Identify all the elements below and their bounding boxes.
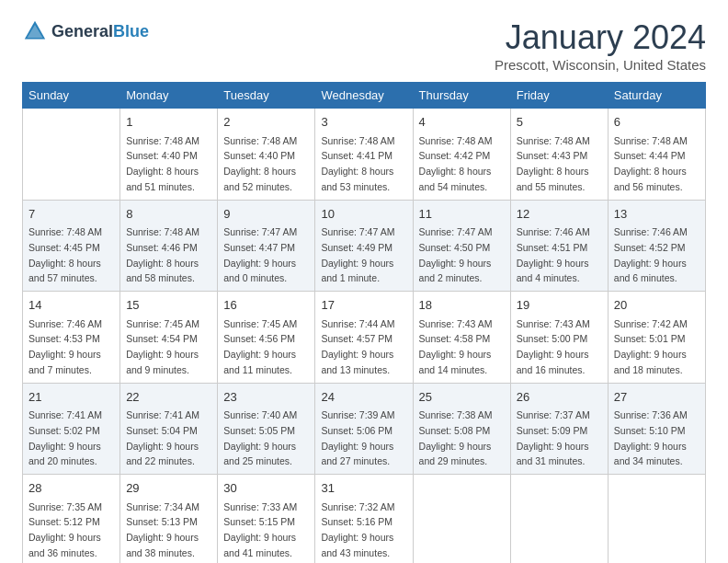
calendar-cell: 22Sunrise: 7:41 AMSunset: 5:04 PMDayligh…	[120, 383, 218, 475]
day-number: 8	[126, 205, 211, 224]
week-row-3: 14Sunrise: 7:46 AMSunset: 4:53 PMDayligh…	[23, 292, 706, 384]
cell-text: Sunrise: 7:41 AMSunset: 5:02 PMDaylight:…	[28, 409, 102, 466]
cell-text: Sunrise: 7:33 AMSunset: 5:15 PMDaylight:…	[223, 501, 297, 558]
cell-text: Sunrise: 7:47 AMSunset: 4:47 PMDaylight:…	[223, 226, 297, 283]
logo-text: GeneralBlue	[51, 22, 149, 41]
day-number: 22	[126, 388, 211, 407]
calendar-cell: 17Sunrise: 7:44 AMSunset: 4:57 PMDayligh…	[315, 292, 413, 384]
cell-text: Sunrise: 7:37 AMSunset: 5:09 PMDaylight:…	[517, 409, 590, 466]
calendar-cell	[23, 109, 120, 201]
col-saturday: Saturday	[608, 83, 705, 109]
cell-text: Sunrise: 7:45 AMSunset: 4:54 PMDaylight:…	[126, 318, 199, 375]
day-number: 7	[28, 205, 114, 224]
calendar-cell: 16Sunrise: 7:45 AMSunset: 4:56 PMDayligh…	[218, 292, 315, 384]
day-number: 9	[223, 205, 309, 224]
calendar-cell: 15Sunrise: 7:45 AMSunset: 4:54 PMDayligh…	[120, 292, 218, 384]
day-number: 31	[321, 479, 406, 498]
cell-text: Sunrise: 7:48 AMSunset: 4:40 PMDaylight:…	[126, 135, 199, 192]
day-number: 20	[614, 296, 700, 315]
cell-text: Sunrise: 7:46 AMSunset: 4:53 PMDaylight:…	[28, 318, 102, 375]
calendar-cell	[608, 475, 705, 564]
calendar-cell: 2Sunrise: 7:48 AMSunset: 4:40 PMDaylight…	[218, 109, 315, 201]
day-number: 25	[419, 388, 505, 407]
cell-text: Sunrise: 7:43 AMSunset: 5:00 PMDaylight:…	[517, 318, 590, 375]
calendar-cell: 8Sunrise: 7:48 AMSunset: 4:46 PMDaylight…	[120, 200, 218, 292]
calendar-table: Sunday Monday Tuesday Wednesday Thursday…	[22, 82, 706, 563]
day-number: 19	[517, 296, 602, 315]
calendar-cell: 23Sunrise: 7:40 AMSunset: 5:05 PMDayligh…	[218, 383, 315, 475]
day-number: 12	[517, 205, 602, 224]
calendar-cell: 21Sunrise: 7:41 AMSunset: 5:02 PMDayligh…	[23, 383, 120, 475]
day-number: 21	[28, 388, 114, 407]
calendar-cell: 10Sunrise: 7:47 AMSunset: 4:49 PMDayligh…	[315, 200, 413, 292]
day-number: 6	[614, 113, 700, 132]
logo: GeneralBlue	[22, 18, 149, 44]
logo-icon	[22, 18, 48, 44]
cell-text: Sunrise: 7:47 AMSunset: 4:49 PMDaylight:…	[321, 226, 394, 283]
calendar-cell: 30Sunrise: 7:33 AMSunset: 5:15 PMDayligh…	[218, 475, 315, 564]
calendar-cell: 3Sunrise: 7:48 AMSunset: 4:41 PMDaylight…	[315, 109, 413, 201]
calendar-cell: 25Sunrise: 7:38 AMSunset: 5:08 PMDayligh…	[413, 383, 510, 475]
col-monday: Monday	[120, 83, 218, 109]
calendar-cell: 18Sunrise: 7:43 AMSunset: 4:58 PMDayligh…	[413, 292, 510, 384]
cell-text: Sunrise: 7:48 AMSunset: 4:46 PMDaylight:…	[126, 226, 199, 283]
cell-text: Sunrise: 7:35 AMSunset: 5:12 PMDaylight:…	[28, 501, 102, 558]
cell-text: Sunrise: 7:36 AMSunset: 5:10 PMDaylight:…	[614, 409, 688, 466]
logo-general: General	[51, 22, 113, 40]
cell-text: Sunrise: 7:40 AMSunset: 5:05 PMDaylight:…	[223, 409, 297, 466]
cell-text: Sunrise: 7:32 AMSunset: 5:16 PMDaylight:…	[321, 501, 394, 558]
day-number: 11	[419, 205, 505, 224]
calendar-cell: 20Sunrise: 7:42 AMSunset: 5:01 PMDayligh…	[608, 292, 705, 384]
header-row: Sunday Monday Tuesday Wednesday Thursday…	[23, 83, 706, 109]
day-number: 2	[223, 113, 309, 132]
day-number: 17	[321, 296, 406, 315]
calendar-cell: 9Sunrise: 7:47 AMSunset: 4:47 PMDaylight…	[218, 200, 315, 292]
day-number: 26	[517, 388, 602, 407]
cell-text: Sunrise: 7:46 AMSunset: 4:52 PMDaylight:…	[614, 226, 688, 283]
calendar-cell: 28Sunrise: 7:35 AMSunset: 5:12 PMDayligh…	[23, 475, 120, 564]
cell-text: Sunrise: 7:48 AMSunset: 4:44 PMDaylight:…	[614, 135, 688, 192]
calendar-cell: 29Sunrise: 7:34 AMSunset: 5:13 PMDayligh…	[120, 475, 218, 564]
col-wednesday: Wednesday	[315, 83, 413, 109]
calendar-cell: 14Sunrise: 7:46 AMSunset: 4:53 PMDayligh…	[23, 292, 120, 384]
cell-text: Sunrise: 7:41 AMSunset: 5:04 PMDaylight:…	[126, 409, 199, 466]
day-number: 4	[419, 113, 505, 132]
cell-text: Sunrise: 7:47 AMSunset: 4:50 PMDaylight:…	[419, 226, 493, 283]
calendar-cell: 11Sunrise: 7:47 AMSunset: 4:50 PMDayligh…	[413, 200, 510, 292]
calendar-cell: 27Sunrise: 7:36 AMSunset: 5:10 PMDayligh…	[608, 383, 705, 475]
calendar-cell	[510, 475, 608, 564]
calendar-cell	[413, 475, 510, 564]
day-number: 16	[223, 296, 309, 315]
day-number: 5	[517, 113, 602, 132]
day-number: 28	[28, 479, 114, 498]
day-number: 10	[321, 205, 406, 224]
cell-text: Sunrise: 7:48 AMSunset: 4:43 PMDaylight:…	[517, 135, 590, 192]
week-row-4: 21Sunrise: 7:41 AMSunset: 5:02 PMDayligh…	[23, 383, 706, 475]
cell-text: Sunrise: 7:45 AMSunset: 4:56 PMDaylight:…	[223, 318, 297, 375]
cell-text: Sunrise: 7:43 AMSunset: 4:58 PMDaylight:…	[419, 318, 493, 375]
day-number: 30	[223, 479, 309, 498]
day-number: 18	[419, 296, 505, 315]
cell-text: Sunrise: 7:48 AMSunset: 4:41 PMDaylight:…	[321, 135, 394, 192]
logo-blue: Blue	[113, 22, 149, 40]
cell-text: Sunrise: 7:48 AMSunset: 4:40 PMDaylight:…	[223, 135, 297, 192]
day-number: 23	[223, 388, 309, 407]
calendar-cell: 6Sunrise: 7:48 AMSunset: 4:44 PMDaylight…	[608, 109, 705, 201]
day-number: 27	[614, 388, 700, 407]
title-area: January 2024 Prescott, Wisconsin, United…	[495, 18, 706, 73]
cell-text: Sunrise: 7:39 AMSunset: 5:06 PMDaylight:…	[321, 409, 394, 466]
day-number: 1	[126, 113, 211, 132]
week-row-1: 1Sunrise: 7:48 AMSunset: 4:40 PMDaylight…	[23, 109, 706, 201]
page-container: GeneralBlue January 2024 Prescott, Wisco…	[22, 18, 706, 563]
month-title: January 2024	[495, 18, 706, 57]
col-sunday: Sunday	[23, 83, 120, 109]
day-number: 13	[614, 205, 700, 224]
calendar-cell: 31Sunrise: 7:32 AMSunset: 5:16 PMDayligh…	[315, 475, 413, 564]
calendar-cell: 12Sunrise: 7:46 AMSunset: 4:51 PMDayligh…	[510, 200, 608, 292]
cell-text: Sunrise: 7:38 AMSunset: 5:08 PMDaylight:…	[419, 409, 493, 466]
header: GeneralBlue January 2024 Prescott, Wisco…	[22, 18, 706, 73]
calendar-cell: 5Sunrise: 7:48 AMSunset: 4:43 PMDaylight…	[510, 109, 608, 201]
calendar-cell: 1Sunrise: 7:48 AMSunset: 4:40 PMDaylight…	[120, 109, 218, 201]
day-number: 14	[28, 296, 114, 315]
cell-text: Sunrise: 7:48 AMSunset: 4:42 PMDaylight:…	[419, 135, 493, 192]
